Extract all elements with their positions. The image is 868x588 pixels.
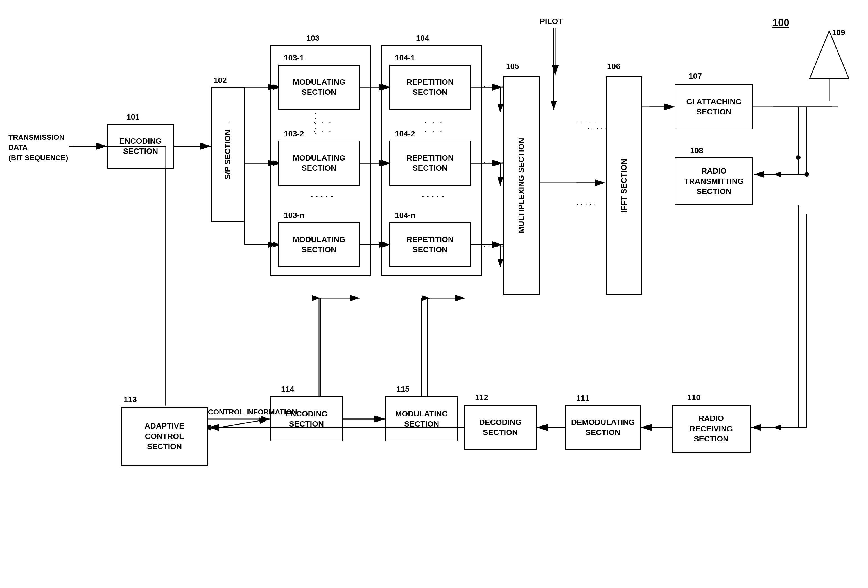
repetition-104-2: REPETITIONSECTION — [389, 140, 471, 186]
demod-label: DEMODULATINGSECTION — [571, 417, 635, 438]
ref-111: 111 — [576, 394, 589, 403]
rep-dots: · · ·· · · — [424, 118, 444, 136]
ifft-label: IFFT SECTION — [619, 159, 629, 212]
radio-rx-label: RADIORECEIVINGSECTION — [689, 414, 733, 444]
ref-106: 106 — [607, 62, 620, 71]
mod-115-label: MODULATINGSECTION — [395, 409, 448, 429]
dots-rep-vertical: · · · · · — [422, 191, 444, 202]
svg-line-75 — [208, 419, 269, 429]
ref-104-n: 104-n — [395, 211, 415, 220]
sp-dots: · · · · · — [225, 121, 235, 162]
mux-ifft-dots-2: · · · · · — [576, 199, 596, 209]
ifft-106: IFFT SECTION — [606, 76, 642, 295]
ref-101: 101 — [127, 112, 140, 121]
dots-mod-vertical: · · · · · — [311, 191, 333, 202]
svg-point-65 — [796, 155, 800, 160]
demodulating-111: DEMODULATINGSECTION — [565, 405, 641, 450]
ref-107: 107 — [689, 72, 702, 81]
mux-label: MULTIPLEXING SECTION — [517, 138, 527, 233]
ref-112: 112 — [475, 393, 488, 402]
mod-dots: · · ·· · · — [313, 118, 333, 136]
rep-104-2-label: REPETITIONSECTION — [406, 153, 454, 173]
ref-114: 114 — [281, 385, 294, 394]
ref-103-n: 103-n — [284, 211, 304, 220]
ref-105: 105 — [506, 62, 519, 71]
control-info-label: CONTROL INFORMATION — [208, 408, 297, 417]
ref-103-1: 103-1 — [284, 53, 304, 62]
radio-tx-label: RADIOTRANSMITTINGSECTION — [684, 166, 744, 196]
radio-tx-108: RADIOTRANSMITTINGSECTION — [675, 158, 753, 205]
gi-label: GI ATTACHINGSECTION — [686, 97, 741, 117]
svg-marker-42 — [809, 31, 849, 79]
antenna-svg — [807, 28, 863, 101]
repetition-104-n: REPETITIONSECTION — [389, 222, 471, 267]
modulating-103-n: MODULATINGSECTION — [278, 222, 360, 267]
rep-104-1-label: REPETITIONSECTION — [406, 77, 454, 98]
modulating-103-2: MODULATINGSECTION — [278, 140, 360, 186]
decoding-label: DECODINGSECTION — [479, 417, 522, 438]
ref-103: 103 — [306, 34, 320, 43]
mod-103-n-label: MODULATINGSECTION — [292, 235, 345, 255]
modulating-115: MODULATINGSECTION — [385, 396, 458, 442]
main-title: 100 — [772, 17, 789, 29]
adaptive-control-113: ADAPTIVECONTROLSECTION — [121, 407, 208, 466]
ref-102: 102 — [214, 76, 227, 85]
decoding-112: DECODINGSECTION — [464, 405, 537, 450]
dots-h2: · · · · · — [483, 158, 503, 167]
rep-104-n-label: REPETITIONSECTION — [406, 235, 454, 255]
ref-104: 104 — [416, 34, 429, 43]
modulating-103-1: MODULATINGSECTION — [278, 65, 360, 110]
ref-113: 113 — [124, 395, 137, 404]
encoding-section-101: ENCODINGSECTION — [107, 124, 174, 169]
adaptive-label: ADAPTIVECONTROLSECTION — [145, 421, 185, 452]
radio-rx-110: RADIORECEIVINGSECTION — [672, 405, 750, 453]
diagram: 100 — [0, 0, 868, 588]
ref-110: 110 — [687, 393, 700, 402]
svg-point-26 — [805, 172, 809, 177]
multiplexing-105: MULTIPLEXING SECTION — [503, 76, 540, 295]
antenna-109 — [807, 28, 863, 102]
transmission-data-label: TRANSMISSIONDATA(BIT SEQUENCE) — [9, 132, 68, 163]
dots-h1: · · · · · — [483, 81, 503, 90]
mod-103-2-label: MODULATINGSECTION — [292, 153, 345, 173]
repetition-104-1: REPETITIONSECTION — [389, 65, 471, 110]
dots-h3: · · · · · — [483, 242, 503, 251]
ref-115: 115 — [396, 385, 410, 394]
encoding-101-label: ENCODINGSECTION — [120, 136, 162, 157]
mux-ifft-dots-1: · · · · · — [576, 118, 596, 127]
ref-104-1: 104-1 — [395, 53, 415, 62]
mod-103-1-label: MODULATINGSECTION — [292, 77, 345, 98]
ref-104-2: 104-2 — [395, 129, 415, 138]
ref-108: 108 — [690, 146, 703, 155]
pilot-label: PILOT — [540, 17, 563, 26]
ref-103-2: 103-2 — [284, 129, 304, 138]
gi-attaching-107: GI ATTACHINGSECTION — [675, 84, 753, 129]
encoding-114: ENCODINGSECTION — [270, 396, 343, 442]
ref-109: 109 — [832, 28, 845, 37]
